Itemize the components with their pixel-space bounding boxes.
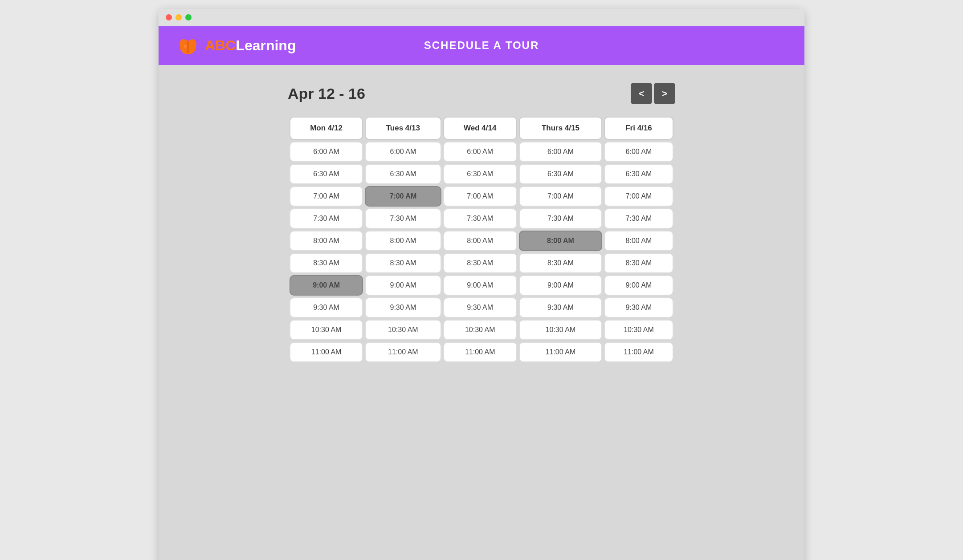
time-slot-thu-8-30-AM[interactable]: 8:30 AM: [519, 253, 602, 273]
time-slot-wed-8-00-AM[interactable]: 8:00 AM: [443, 231, 517, 251]
time-slot-tue-7-30-AM[interactable]: 7:30 AM: [365, 208, 441, 229]
time-slot-wed-9-30-AM[interactable]: 9:30 AM: [443, 297, 517, 318]
time-slot-mon-8-00-AM[interactable]: 8:00 AM: [290, 231, 363, 251]
table-row: 9:30 AM9:30 AM9:30 AM9:30 AM9:30 AM: [290, 297, 673, 318]
time-slot-tue-6-30-AM[interactable]: 6:30 AM: [365, 164, 441, 184]
col-header-tue: Tues 4/13: [365, 117, 441, 140]
time-slot-mon-9-30-AM[interactable]: 9:30 AM: [290, 297, 363, 318]
logo-abc: ABC: [205, 37, 236, 53]
time-slot-fri-6-00-AM[interactable]: 6:00 AM: [604, 142, 673, 162]
table-row: 9:00 AM9:00 AM9:00 AM9:00 AM9:00 AM: [290, 275, 673, 296]
time-slot-thu-9-30-AM[interactable]: 9:30 AM: [519, 297, 602, 318]
time-slot-thu-6-00-AM[interactable]: 6:00 AM: [519, 142, 602, 162]
time-slot-wed-11-00-AM[interactable]: 11:00 AM: [443, 342, 517, 362]
table-row: 11:00 AM11:00 AM11:00 AM11:00 AM11:00 AM: [290, 342, 673, 362]
col-header-mon: Mon 4/12: [290, 117, 363, 140]
time-slot-tue-6-00-AM[interactable]: 6:00 AM: [365, 142, 441, 162]
time-slot-mon-10-30-AM[interactable]: 10:30 AM: [290, 320, 363, 340]
time-slot-mon-8-30-AM[interactable]: 8:30 AM: [290, 253, 363, 273]
time-slot-tue-11-00-AM[interactable]: 11:00 AM: [365, 342, 441, 362]
calendar-header: Apr 12 - 16 < >: [288, 83, 675, 104]
time-slot-fri-9-30-AM[interactable]: 9:30 AM: [604, 297, 673, 318]
time-slot-wed-6-30-AM[interactable]: 6:30 AM: [443, 164, 517, 184]
time-slot-mon-6-30-AM[interactable]: 6:30 AM: [290, 164, 363, 184]
page-title: SCHEDULE A TOUR: [424, 39, 539, 52]
svg-point-6: [184, 45, 187, 48]
time-slot-tue-9-00-AM[interactable]: 9:00 AM: [365, 275, 441, 296]
col-header-wed: Wed 4/14: [443, 117, 517, 140]
time-slot-fri-10-30-AM[interactable]: 10:30 AM: [604, 320, 673, 340]
close-button[interactable]: [166, 14, 172, 20]
time-slot-wed-7-00-AM[interactable]: 7:00 AM: [443, 186, 517, 207]
time-slot-thu-7-00-AM[interactable]: 7:00 AM: [519, 186, 602, 207]
time-slot-thu-6-30-AM[interactable]: 6:30 AM: [519, 164, 602, 184]
time-slot-wed-10-30-AM[interactable]: 10:30 AM: [443, 320, 517, 340]
time-slot-tue-8-00-AM[interactable]: 8:00 AM: [365, 231, 441, 251]
table-row: 10:30 AM10:30 AM10:30 AM10:30 AM10:30 AM: [290, 320, 673, 340]
table-row: 6:00 AM6:00 AM6:00 AM6:00 AM6:00 AM: [290, 142, 673, 162]
nav-buttons: < >: [631, 83, 675, 104]
table-row: 7:30 AM7:30 AM7:30 AM7:30 AM7:30 AM: [290, 208, 673, 229]
time-slot-tue-10-30-AM[interactable]: 10:30 AM: [365, 320, 441, 340]
logo-icon: [176, 34, 200, 57]
time-slot-mon-11-00-AM[interactable]: 11:00 AM: [290, 342, 363, 362]
minimize-button[interactable]: [175, 14, 182, 20]
time-slot-mon-7-30-AM[interactable]: 7:30 AM: [290, 208, 363, 229]
logo-learning: Learning: [236, 37, 296, 53]
main-content: Apr 12 - 16 < > Mon 4/12Tues 4/13Wed 4/1…: [159, 65, 804, 560]
time-slot-wed-7-30-AM[interactable]: 7:30 AM: [443, 208, 517, 229]
col-header-thu: Thurs 4/15: [519, 117, 602, 140]
time-slot-mon-6-00-AM[interactable]: 6:00 AM: [290, 142, 363, 162]
logo-text: ABCLearning: [205, 37, 296, 54]
prev-week-button[interactable]: <: [631, 83, 652, 104]
time-slot-thu-9-00-AM[interactable]: 9:00 AM: [519, 275, 602, 296]
time-slot-fri-8-00-AM[interactable]: 8:00 AM: [604, 231, 673, 251]
time-slot-thu-10-30-AM[interactable]: 10:30 AM: [519, 320, 602, 340]
app-window: ABCLearning SCHEDULE A TOUR Apr 12 - 16 …: [159, 9, 804, 560]
time-slot-mon-9-00-AM[interactable]: 9:00 AM: [290, 275, 363, 296]
time-slot-wed-6-00-AM[interactable]: 6:00 AM: [443, 142, 517, 162]
time-slot-fri-6-30-AM[interactable]: 6:30 AM: [604, 164, 673, 184]
time-slot-thu-7-30-AM[interactable]: 7:30 AM: [519, 208, 602, 229]
logo-area: ABCLearning: [176, 34, 296, 57]
svg-point-2: [188, 39, 196, 48]
window-chrome: [159, 9, 804, 26]
time-slot-wed-9-00-AM[interactable]: 9:00 AM: [443, 275, 517, 296]
time-slot-fri-7-30-AM[interactable]: 7:30 AM: [604, 208, 673, 229]
time-slot-mon-7-00-AM[interactable]: 7:00 AM: [290, 186, 363, 207]
schedule-grid: Mon 4/12Tues 4/13Wed 4/14Thurs 4/15Fri 4…: [288, 115, 675, 364]
time-slot-fri-9-00-AM[interactable]: 9:00 AM: [604, 275, 673, 296]
date-range: Apr 12 - 16: [288, 85, 365, 102]
table-row: 6:30 AM6:30 AM6:30 AM6:30 AM6:30 AM: [290, 164, 673, 184]
calendar-table: Mon 4/12Tues 4/13Wed 4/14Thurs 4/15Fri 4…: [288, 115, 675, 364]
time-slot-fri-8-30-AM[interactable]: 8:30 AM: [604, 253, 673, 273]
col-header-fri: Fri 4/16: [604, 117, 673, 140]
maximize-button[interactable]: [185, 14, 192, 20]
svg-rect-3: [187, 41, 189, 53]
table-row: 7:00 AM7:00 AM7:00 AM7:00 AM7:00 AM: [290, 186, 673, 207]
next-week-button[interactable]: >: [654, 83, 675, 104]
header: ABCLearning SCHEDULE A TOUR: [159, 26, 804, 65]
table-row: 8:00 AM8:00 AM8:00 AM8:00 AM8:00 AM: [290, 231, 673, 251]
time-slot-fri-11-00-AM[interactable]: 11:00 AM: [604, 342, 673, 362]
time-slot-wed-8-30-AM[interactable]: 8:30 AM: [443, 253, 517, 273]
time-slot-thu-8-00-AM[interactable]: 8:00 AM: [519, 231, 602, 251]
table-row: 8:30 AM8:30 AM8:30 AM8:30 AM8:30 AM: [290, 253, 673, 273]
time-slot-fri-7-00-AM[interactable]: 7:00 AM: [604, 186, 673, 207]
time-slot-tue-7-00-AM[interactable]: 7:00 AM: [365, 186, 441, 207]
time-slot-tue-8-30-AM[interactable]: 8:30 AM: [365, 253, 441, 273]
time-slot-tue-9-30-AM[interactable]: 9:30 AM: [365, 297, 441, 318]
time-slot-thu-11-00-AM[interactable]: 11:00 AM: [519, 342, 602, 362]
